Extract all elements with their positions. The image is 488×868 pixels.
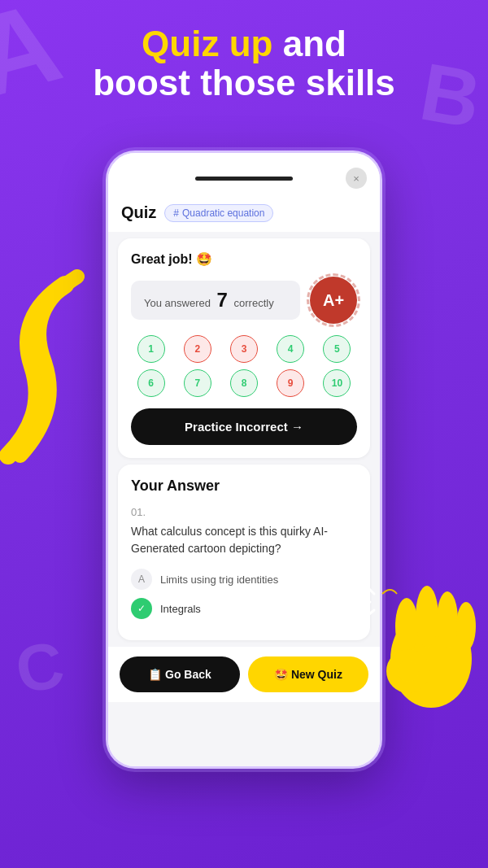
question-number-grid: 12345678910	[131, 335, 357, 397]
hero-header: Quiz up and boost those skills	[0, 24, 488, 103]
bottom-bar: 📋 Go Back 🤩 New Quiz	[108, 647, 380, 702]
phone-topbar: ×	[108, 153, 380, 197]
new-quiz-button[interactable]: 🤩 New Quiz	[248, 656, 368, 692]
score-pre: You answered	[144, 297, 211, 309]
option-indicator: A	[131, 569, 152, 590]
drag-bar	[195, 177, 293, 181]
answer-option: ✓Integrals	[131, 598, 357, 619]
hero-title-yellow: Quiz up	[142, 24, 272, 63]
question-dot-8[interactable]: 8	[230, 369, 258, 397]
question-text: What calculus concept is this quirky AI-…	[131, 523, 357, 557]
answer-options: ALimits using trig identities✓Integrals	[131, 569, 357, 619]
close-button[interactable]: ×	[346, 168, 367, 189]
question-dot-1[interactable]: 1	[137, 335, 165, 363]
tag-hash-icon: #	[173, 207, 179, 219]
question-number: 01.	[131, 506, 357, 518]
tag-label: Quadratic equation	[182, 207, 264, 219]
hero-title-line1: Quiz up and	[0, 24, 488, 63]
score-num: 7	[217, 289, 228, 311]
result-title: Great job! 🤩	[131, 251, 357, 267]
score-post: correctly	[234, 297, 274, 309]
question-dot-3[interactable]: 3	[230, 335, 258, 363]
practice-incorrect-button[interactable]: Practice Incorrect →	[131, 408, 357, 445]
question-dot-5[interactable]: 5	[323, 335, 351, 363]
question-dot-2[interactable]: 2	[184, 335, 211, 363]
question-dot-9[interactable]: 9	[277, 369, 304, 397]
bg-deco: C	[10, 627, 69, 709]
score-text: You answered 7 correctly	[131, 281, 300, 320]
hero-title-and: and	[283, 24, 346, 63]
question-dot-4[interactable]: 4	[277, 335, 304, 363]
your-answer-title: Your Answer	[131, 478, 357, 495]
answer-option: ALimits using trig identities	[131, 569, 357, 590]
your-answer-section: Your Answer 01. What calculus concept is…	[118, 465, 370, 640]
question-dot-10[interactable]: 10	[323, 369, 351, 397]
grade-badge: A+	[310, 277, 357, 324]
quiz-header-row: Quiz # Quadratic equation	[108, 197, 380, 232]
hero-title-line2: boost those skills	[0, 63, 488, 103]
phone-frame: × Quiz # Quadratic equation Great job! 🤩…	[106, 150, 382, 769]
grade-label: A+	[323, 291, 344, 310]
phone-screen[interactable]: × Quiz # Quadratic equation Great job! 🤩…	[108, 153, 380, 766]
option-text: Integrals	[160, 603, 201, 615]
question-dot-7[interactable]: 7	[184, 369, 211, 397]
option-indicator: ✓	[131, 598, 152, 619]
score-row: You answered 7 correctly A+	[131, 277, 357, 324]
topic-tag: # Quadratic equation	[164, 204, 273, 222]
result-card: Great job! 🤩 You answered 7 correctly A+…	[118, 238, 370, 458]
go-back-button[interactable]: 📋 Go Back	[120, 656, 240, 692]
question-dot-6[interactable]: 6	[137, 369, 165, 397]
quiz-title: Quiz	[121, 203, 156, 222]
option-text: Limits using trig identities	[160, 574, 278, 586]
